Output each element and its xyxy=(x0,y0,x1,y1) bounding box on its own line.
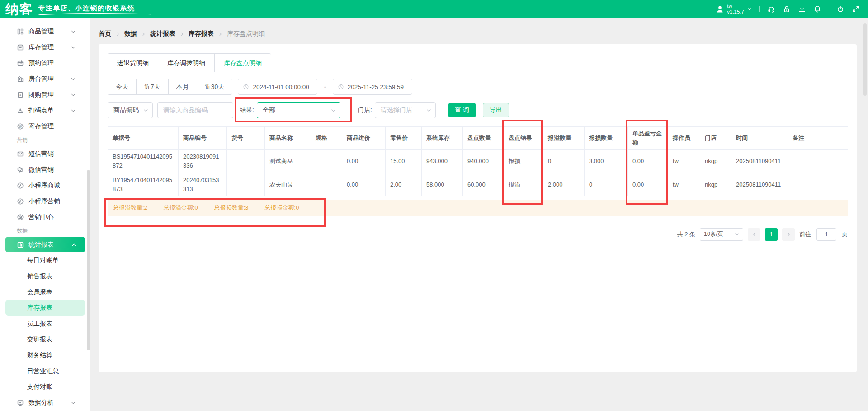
download-icon[interactable] xyxy=(798,5,806,13)
ticket-icon: ¥ xyxy=(17,91,24,98)
miniprogram-icon xyxy=(17,198,24,205)
clock-icon xyxy=(243,84,249,90)
power-icon[interactable] xyxy=(836,5,844,13)
sidebar-subitem-sales-report[interactable]: 销售报表 xyxy=(0,268,90,284)
calendar-icon xyxy=(17,60,24,67)
chevron-down-icon xyxy=(71,76,76,82)
column-header: 操作员 xyxy=(668,127,700,150)
sidebar-subitem-staff-report[interactable]: 员工报表 xyxy=(0,316,90,332)
tab-purchase-return-detail[interactable]: 进退货明细 xyxy=(108,54,158,72)
lock-icon[interactable] xyxy=(783,5,791,13)
sidebar-menu: 商品管理库存管理预约管理房台管理¥团购管理扫码点单寄寄存管理营销短信营销微信营销… xyxy=(0,18,90,411)
tab-transfer-detail[interactable]: 库存调拨明细 xyxy=(158,54,215,72)
chevron-right-icon xyxy=(141,32,146,37)
result-select[interactable]: 全部 xyxy=(257,102,340,118)
sidebar-item-label: 小程序营销 xyxy=(28,197,90,206)
sidebar-item-miniprogram-mall[interactable]: 小程序商城 xyxy=(0,177,90,193)
sidebar-item-deposit-management[interactable]: 寄寄存管理 xyxy=(0,118,90,134)
breadcrumb-item[interactable]: 库存报表 xyxy=(189,30,214,38)
summary-wrap: 总报溢数量:2总报溢金额:0总报损数量:3总报损金额:0 xyxy=(108,200,848,216)
breadcrumb-item[interactable]: 首页 xyxy=(99,30,111,38)
page-scrollbar[interactable] xyxy=(863,23,867,96)
app-logo: 纳客 xyxy=(5,0,33,18)
table-row[interactable]: BS195471040114209587220230819091336测试商品0… xyxy=(108,150,848,173)
quick-range-today[interactable]: 今天 xyxy=(108,79,137,94)
sidebar-item-groupbuy-management[interactable]: ¥团购管理 xyxy=(0,87,90,103)
summary-bar: 总报溢数量:2总报溢金额:0总报损数量:3总报损金额:0 xyxy=(108,200,848,216)
export-button[interactable]: 导出 xyxy=(483,103,509,117)
breadcrumb: 首页数据统计报表库存报表库存盘点明细 xyxy=(90,18,868,38)
table-cell: BS1954710401142095872 xyxy=(108,150,179,173)
breadcrumb-item: 库存盘点明细 xyxy=(227,30,265,38)
user-menu[interactable]: tw v1.15.7 xyxy=(716,3,752,15)
search-field-select[interactable]: 商品编码 xyxy=(108,102,153,118)
bell-icon[interactable] xyxy=(813,5,821,13)
chevron-down-icon xyxy=(71,400,76,406)
clock-icon xyxy=(338,84,344,90)
table-cell: 报损 xyxy=(504,150,543,173)
store-select[interactable]: 请选择门店 xyxy=(375,102,436,118)
next-page-button[interactable] xyxy=(782,228,795,241)
chevron-down-icon xyxy=(71,29,76,34)
tab-stocktake-detail[interactable]: 库存盘点明细 xyxy=(215,54,271,72)
user-avatar-icon xyxy=(716,5,724,14)
sidebar-subitem-member-report[interactable]: 会员报表 xyxy=(0,284,90,300)
sidebar-item-miniprogram-marketing[interactable]: 小程序营销 xyxy=(0,193,90,209)
sidebar-subitem-finance-settlement[interactable]: 财务结算 xyxy=(0,347,90,363)
sidebar-subitem-inventory-report[interactable]: 库存报表 xyxy=(5,300,85,316)
breadcrumb-item[interactable]: 数据 xyxy=(124,30,137,38)
summary-item: 总报损数量:3 xyxy=(214,204,249,212)
sidebar-item-label: 扫码点单 xyxy=(28,107,71,115)
table-row[interactable]: BY195471040114209587320240703153313农夫山泉0… xyxy=(108,173,848,196)
support-headset-icon[interactable] xyxy=(767,5,775,13)
chevron-right-icon xyxy=(115,32,120,37)
sidebar-subitem-daily-statement[interactable]: 每日对账单 xyxy=(0,252,90,268)
sidebar-item-goods-management[interactable]: 商品管理 xyxy=(0,23,90,39)
table-cell: 0.00 xyxy=(628,150,668,173)
sidebar-item-marketing-center[interactable]: 营销中心 xyxy=(0,209,90,225)
table-cell: tw xyxy=(668,150,700,173)
sidebar-subitem-shift-report[interactable]: 交班报表 xyxy=(0,332,90,347)
goto-suffix: 页 xyxy=(842,230,848,238)
prev-page-button[interactable] xyxy=(748,228,760,241)
table-cell: BY1954710401142095873 xyxy=(108,173,179,196)
column-header: 商品名称 xyxy=(265,127,311,150)
sidebar-item-data-analysis[interactable]: 数据分析 xyxy=(0,395,90,411)
sidebar-subitem-payment-reconciliation[interactable]: 支付对账 xyxy=(0,379,90,395)
goto-page-input[interactable] xyxy=(816,228,836,241)
breadcrumb-item[interactable]: 统计报表 xyxy=(150,30,175,38)
sidebar-item-scan-order[interactable]: 扫码点单 xyxy=(0,103,90,118)
page-size-select[interactable]: 10条/页 xyxy=(700,228,743,241)
quick-range-last-30-days[interactable]: 近30天 xyxy=(197,79,232,94)
pagination-total: 共 2 条 xyxy=(677,230,695,238)
quick-range-this-month[interactable]: 本月 xyxy=(169,79,197,94)
search-button[interactable]: 查 询 xyxy=(448,103,476,117)
column-header: 盘点数量 xyxy=(463,127,504,150)
fullscreen-icon[interactable] xyxy=(852,5,860,13)
start-date-input[interactable]: 2024-11-01 00:00:00 xyxy=(238,79,317,95)
sidebar-item-label: 预约管理 xyxy=(28,59,90,67)
sidebar-item-sms-marketing[interactable]: 短信营销 xyxy=(0,146,90,162)
table-wrap: 单据号商品编号货号商品名称规格商品进价零售价系统库存盘点数量盘点结果报溢数量报损… xyxy=(108,126,848,196)
column-header: 规格 xyxy=(311,127,342,150)
table-cell: 测试商品 xyxy=(265,150,311,173)
chevron-down-icon xyxy=(747,6,752,12)
table-cell: 0 xyxy=(543,150,585,173)
quick-range-last-7-days[interactable]: 近7天 xyxy=(137,79,169,94)
chevron-right-icon xyxy=(179,32,184,37)
column-header: 商品编号 xyxy=(179,127,227,150)
sidebar-item-statistics-report[interactable]: 统计报表 xyxy=(5,237,85,252)
sidebar-item-inventory-management[interactable]: 库存管理 xyxy=(0,39,90,55)
keyword-input[interactable] xyxy=(157,102,233,118)
sidebar-item-booking-management[interactable]: 预约管理 xyxy=(0,55,90,71)
page-number-button[interactable]: 1 xyxy=(765,228,778,241)
sidebar-item-room-management[interactable]: 房台管理 xyxy=(0,71,90,87)
table-cell: 15.00 xyxy=(386,150,422,173)
end-date-input[interactable]: 2025-11-25 23:59:59 xyxy=(333,79,412,95)
column-header: 报溢数量 xyxy=(543,127,585,150)
sidebar-subitem-daily-business-summary[interactable]: 日营业汇总 xyxy=(0,363,90,379)
sidebar-item-wechat-marketing[interactable]: 微信营销 xyxy=(0,162,90,177)
sidebar-scrollbar[interactable] xyxy=(87,170,90,350)
quick-date-group: 今天近7天本月近30天 xyxy=(108,79,232,95)
user-name: tw xyxy=(727,3,732,9)
